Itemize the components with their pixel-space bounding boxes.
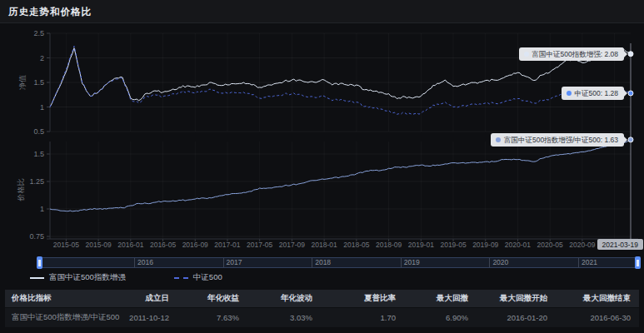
slider-year-label: 2018: [312, 258, 331, 267]
ratio-end-value-label: 富国中证500指数增强/中证500: 1.63: [491, 133, 624, 147]
table-header-cell: 年化波动: [247, 293, 321, 304]
table-header-cell: 成立日: [126, 293, 177, 304]
table-cell: 7.63%: [177, 313, 247, 322]
x-axis-tick-label: 2019-05: [440, 241, 466, 249]
x-axis-tick-label: 2019-09: [472, 241, 498, 249]
tooltip-arrow-icon: [624, 137, 627, 143]
table-cell: 2016-01-20: [477, 313, 556, 322]
slider-right-handle[interactable]: [635, 256, 641, 269]
slider-year-labels: 201620172018201920202021: [41, 258, 637, 267]
ratio-metrics-table: 价格比指标成立日年化收益年化波动夏普比率最大回撤最大回撤开始最大回撤结束 富国中…: [5, 290, 639, 327]
x-axis-tick-label: 2019-01: [408, 241, 434, 249]
fund-end-value-label: 富国中证500指数增强: 2.08: [519, 47, 624, 61]
y-axis-tick-label: 2.5: [33, 29, 44, 37]
series-dot-icon: [567, 91, 572, 96]
table-header-cell: 最大回撤: [404, 293, 477, 304]
ratio-end-value-text: 富国中证500指数增强/中证500: 1.63: [504, 135, 618, 145]
series-line-ratio: [50, 140, 631, 211]
fund-end-value-text: 富国中证500指数增强: 2.08: [532, 49, 618, 59]
table-header-cell: 最大回撤开始: [477, 293, 556, 304]
tooltip-arrow-icon: [624, 51, 627, 57]
x-axis-tick-label: 2018-09: [376, 241, 402, 249]
table-cell: 1.70: [321, 313, 404, 322]
price-history-chart[interactable]: 2.521.510.51.51.2510.752015-052015-09201…: [0, 0, 644, 254]
series-end-marker: [628, 137, 633, 142]
data-zoom-slider[interactable]: 201620172018201920202021: [40, 257, 638, 268]
x-axis-tick-label: 2017-01: [214, 241, 240, 249]
table-cell: 2016-06-30: [556, 313, 639, 322]
y-axis-tick-label: 2: [40, 54, 44, 62]
slider-year-label: 2017: [223, 258, 242, 267]
y-axis-tick-label: 1.5: [33, 78, 44, 87]
x-axis-tick-label: 2018-01: [312, 241, 337, 249]
slider-year-label: 2020: [489, 258, 508, 267]
fund-analysis-panel: 历史走势和价格比 2.521.510.51.51.2510.752015-052…: [0, 0, 644, 333]
x-axis-tick-label: 2020-05: [537, 241, 563, 249]
series-dot-icon: [524, 52, 529, 57]
table-header-cell: 年化收益: [177, 293, 247, 304]
table-row: 富国中证500指数增强/中证5002011-10-127.63%3.03%1.7…: [5, 308, 639, 327]
table-header-row: 价格比指标成立日年化收益年化波动夏普比率最大回撤最大回撤开始最大回撤结束: [5, 290, 639, 307]
legend-item-fund[interactable]: 富国中证500指数增强: [30, 272, 126, 283]
table-header-cell: 夏普比率: [321, 293, 404, 304]
slider-left-handle[interactable]: [37, 256, 42, 269]
solid-line-icon: [30, 277, 44, 279]
tooltip-arrow-icon: [624, 90, 627, 97]
table-header-cell: 价格比指标: [5, 293, 126, 304]
x-axis-tick-label: 2015-09: [85, 241, 111, 249]
x-axis-tick-label: 2016-01: [117, 241, 143, 249]
legend-item-index[interactable]: 中证500: [174, 272, 222, 283]
x-axis-tick-label: 2020-01: [505, 241, 531, 249]
x-axis-tick-label: 2017-09: [279, 241, 305, 249]
crosshair-date-label: 2021-03-19: [597, 239, 643, 250]
dashed-line-icon: [174, 277, 188, 279]
y-axis-title-nav: 净值: [18, 75, 27, 90]
table-cell: 2011-10-12: [126, 313, 177, 322]
table-cell: 富国中证500指数增强/中证500: [5, 312, 126, 323]
y-axis-tick-label: 0.75: [29, 232, 44, 241]
index-end-value-label: 中证500: 1.28: [562, 87, 624, 100]
table-cell: 6.90%: [404, 313, 477, 322]
y-axis-title-ratio: 价格比: [17, 179, 25, 202]
slider-year-label: 2016: [134, 258, 153, 267]
legend-label: 中证500: [193, 272, 222, 283]
x-axis-tick-label: 2015-05: [53, 241, 79, 249]
chart-legend: 富国中证500指数增强 中证500: [30, 272, 222, 283]
x-axis-tick-label: 2020-09: [569, 241, 595, 249]
slider-year-label: 2021: [578, 258, 597, 267]
slider-year-label: 2019: [401, 258, 420, 267]
y-axis-tick-label: 1.5: [33, 150, 44, 158]
series-end-marker: [628, 52, 633, 57]
table-header-cell: 最大回撤结束: [556, 293, 639, 304]
legend-label: 富国中证500指数增强: [49, 272, 126, 283]
series-dot-icon: [496, 137, 501, 142]
x-axis-tick-label: 2018-05: [343, 241, 369, 249]
y-axis-tick-label: 1: [40, 205, 44, 213]
series-end-marker: [628, 91, 633, 96]
x-axis-tick-label: 2016-05: [150, 241, 176, 249]
table-cell: 3.03%: [247, 313, 321, 322]
index-end-value-text: 中证500: 1.28: [575, 88, 618, 98]
y-axis-tick-label: 1: [40, 103, 44, 112]
x-axis-tick-label: 2017-05: [247, 241, 272, 249]
x-axis-tick-label: 2016-09: [182, 241, 208, 249]
y-axis-tick-label: 1.25: [29, 177, 44, 186]
y-axis-tick-label: 0.5: [33, 127, 44, 136]
